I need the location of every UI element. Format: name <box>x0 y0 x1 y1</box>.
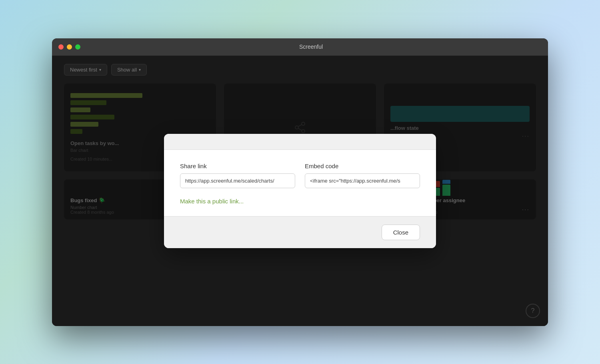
share-modal: Share link Embed code Make this a public… <box>164 134 436 248</box>
modal-body: Share link Embed code Make this a public… <box>164 150 436 216</box>
minimize-traffic-light[interactable] <box>67 44 72 50</box>
titlebar: Screenful <box>52 38 548 56</box>
modal-fields: Share link Embed code <box>180 163 420 188</box>
share-link-input[interactable] <box>180 173 295 188</box>
maximize-traffic-light[interactable] <box>75 44 80 50</box>
close-traffic-light[interactable] <box>58 44 64 50</box>
modal-overlay: Share link Embed code Make this a public… <box>52 56 548 326</box>
main-content: Newest first ▾ Show all ▾ <box>52 56 548 326</box>
embed-code-field-group: Embed code <box>305 163 420 188</box>
mac-window: Screenful Newest first ▾ Show all ▾ <box>52 38 548 326</box>
embed-code-label: Embed code <box>305 163 420 169</box>
embed-code-input[interactable] <box>305 173 420 188</box>
share-link-label: Share link <box>180 163 295 169</box>
window-title: Screenful <box>80 44 542 50</box>
modal-footer: Close <box>164 216 436 248</box>
close-button[interactable]: Close <box>382 225 420 240</box>
public-link[interactable]: Make this a public link... <box>180 198 244 205</box>
traffic-lights <box>58 44 80 50</box>
share-link-field-group: Share link <box>180 163 295 188</box>
modal-header <box>164 134 436 150</box>
